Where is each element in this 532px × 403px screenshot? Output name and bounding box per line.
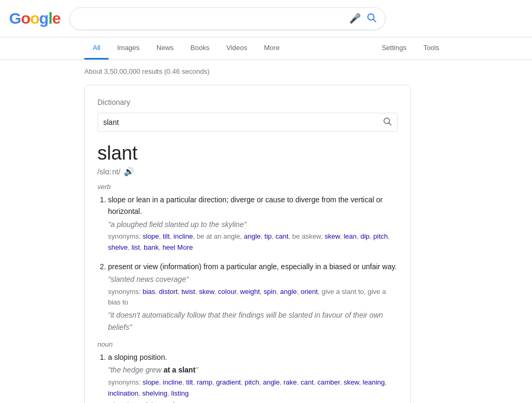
syn-spin-2[interactable]: spin bbox=[264, 288, 277, 296]
syn-angle-n1[interactable]: angle bbox=[263, 378, 280, 386]
noun-definitions: a sloping position. "the hedge grew at a… bbox=[97, 351, 398, 403]
phonetic-spelling: /slɑːnt/ bbox=[97, 168, 121, 176]
verb-def-1: slope or lean in a particular direction;… bbox=[108, 194, 398, 253]
svg-line-3 bbox=[389, 123, 391, 125]
syn-angle-1[interactable]: angle bbox=[244, 232, 261, 240]
syn-ramp-n1[interactable]: ramp bbox=[196, 378, 212, 386]
syn-pitch-1[interactable]: pitch bbox=[373, 232, 388, 240]
nav-books[interactable]: Books bbox=[182, 37, 218, 60]
syn-list-1[interactable]: list bbox=[132, 243, 140, 251]
syn-distort-2[interactable]: distort bbox=[159, 288, 178, 296]
syn-tip-1[interactable]: tip bbox=[264, 232, 272, 240]
syn-heel-1[interactable]: heel bbox=[162, 243, 175, 251]
syn-twist-2[interactable]: twist bbox=[181, 288, 195, 296]
syn-listing-n1[interactable]: listing bbox=[171, 389, 189, 397]
syn-skew-1[interactable]: skew bbox=[324, 232, 340, 240]
noun-def-1-text: a sloping position. bbox=[108, 353, 167, 361]
syn-cant-1[interactable]: cant bbox=[275, 232, 289, 240]
syn-bank-1[interactable]: bank bbox=[144, 243, 159, 251]
syn-tilt-1[interactable]: tilt bbox=[163, 232, 170, 240]
synonyms-label-2: synonyms: bbox=[108, 288, 143, 296]
syn-colour-2[interactable]: colour bbox=[218, 288, 237, 296]
verb-def-2: present or view (information) from a par… bbox=[108, 261, 398, 333]
search-bar: define: slant 🎤 bbox=[70, 7, 386, 30]
nav-right: Settings Tools bbox=[373, 37, 448, 60]
syn-slope-1[interactable]: slope bbox=[143, 232, 159, 240]
syn-slope-n1[interactable]: slope bbox=[143, 378, 159, 386]
syn-cant-n1[interactable]: cant bbox=[301, 378, 314, 386]
verb-def-2-text: present or view (information) from a par… bbox=[108, 262, 397, 271]
noun-def-1-example: "the hedge grew at a slant" bbox=[108, 364, 398, 376]
pos-noun: noun bbox=[97, 340, 398, 348]
phonetic-text: /slɑːnt/ 🔊 bbox=[97, 166, 398, 176]
syn-rake-n1[interactable]: rake bbox=[283, 378, 297, 386]
syn-leaning-n1[interactable]: leaning bbox=[363, 378, 385, 386]
verb-def-2-synonyms: synonyms: bias, distort, twist, skew, co… bbox=[108, 287, 398, 309]
nav-all[interactable]: All bbox=[84, 37, 109, 60]
results-count: About 3,50,00,000 results (0.46 seconds) bbox=[84, 67, 210, 75]
noun-def-1-synonyms: synonyms: slope, incline, tilt, ramp, gr… bbox=[108, 377, 398, 399]
syn-pitch-n1[interactable]: pitch bbox=[244, 378, 259, 386]
search-button[interactable] bbox=[366, 12, 377, 25]
dictionary-title: Dictionary bbox=[97, 98, 398, 106]
syn-gradient-n1[interactable]: gradient bbox=[216, 378, 241, 386]
dictionary-search-input[interactable] bbox=[103, 118, 382, 126]
results-info: About 3,50,00,000 results (0.46 seconds) bbox=[0, 63, 532, 80]
sound-icon[interactable]: 🔊 bbox=[124, 166, 134, 176]
verb-definitions: slope or lean in a particular direction;… bbox=[97, 194, 398, 333]
nav-videos[interactable]: Videos bbox=[218, 37, 256, 60]
pos-verb: verb bbox=[97, 183, 398, 191]
syn-orient-2[interactable]: orient bbox=[301, 288, 318, 296]
syn-camber-n1[interactable]: camber bbox=[318, 378, 340, 386]
syn-angle-2[interactable]: angle bbox=[280, 288, 297, 296]
syn-shelve-1[interactable]: shelve bbox=[108, 243, 128, 251]
verb-def-1-more[interactable]: More bbox=[178, 243, 193, 251]
verb-def-2-example: "slanted news coverage" bbox=[108, 273, 398, 285]
syn-incline-1[interactable]: incline bbox=[173, 232, 193, 240]
header: Google define: slant 🎤 bbox=[0, 0, 532, 37]
syn-shelving-n1[interactable]: shelving bbox=[142, 389, 168, 397]
verb-def-2-example2: "it doesn't automatically follow that th… bbox=[108, 309, 398, 333]
syn-skew-2[interactable]: skew bbox=[199, 288, 214, 296]
syn-lean-1[interactable]: lean bbox=[343, 232, 357, 240]
nav-more[interactable]: More bbox=[255, 37, 288, 60]
nav-settings[interactable]: Settings bbox=[373, 37, 415, 60]
syn-tilt-n1[interactable]: tilt bbox=[186, 378, 193, 386]
syn-inclination-n1[interactable]: inclination bbox=[108, 389, 139, 397]
verb-def-1-example: "a ploughed field slanted up to the skyl… bbox=[108, 219, 398, 230]
syn-incline-n1[interactable]: incline bbox=[163, 378, 182, 386]
syn-weight-2[interactable]: weight bbox=[240, 288, 260, 296]
google-logo[interactable]: Google bbox=[11, 5, 59, 32]
nav-bar: All Images News Books Videos More Settin… bbox=[0, 37, 532, 60]
verb-def-1-text: slope or lean in a particular direction;… bbox=[108, 195, 382, 215]
word-heading: slant bbox=[97, 142, 398, 164]
search-input[interactable]: define: slant bbox=[78, 14, 344, 23]
verb-def-1-synonyms: synonyms: slope, tilt, incline, be at an… bbox=[108, 231, 398, 253]
nav-tools[interactable]: Tools bbox=[415, 37, 448, 60]
syn-bias-2[interactable]: bias bbox=[143, 288, 155, 296]
synonyms-label-1: synonyms: bbox=[108, 232, 143, 240]
dictionary-card: Dictionary slant /slɑːnt/ 🔊 verb slope o… bbox=[84, 85, 411, 403]
noun-def-1-example2: "the slant of the roof" bbox=[108, 400, 398, 403]
svg-line-1 bbox=[373, 19, 376, 22]
dictionary-search-button[interactable] bbox=[382, 116, 392, 128]
noun-def-1: a sloping position. "the hedge grew at a… bbox=[108, 351, 398, 403]
syn-dip-1[interactable]: dip bbox=[360, 232, 369, 240]
nav-news[interactable]: News bbox=[148, 37, 182, 60]
microphone-icon[interactable]: 🎤 bbox=[349, 13, 361, 24]
syn-skew-n1[interactable]: skew bbox=[343, 378, 359, 386]
nav-images[interactable]: Images bbox=[109, 37, 148, 60]
dictionary-search-bar bbox=[97, 113, 398, 132]
synonyms-label-3: synonyms: bbox=[108, 378, 143, 386]
